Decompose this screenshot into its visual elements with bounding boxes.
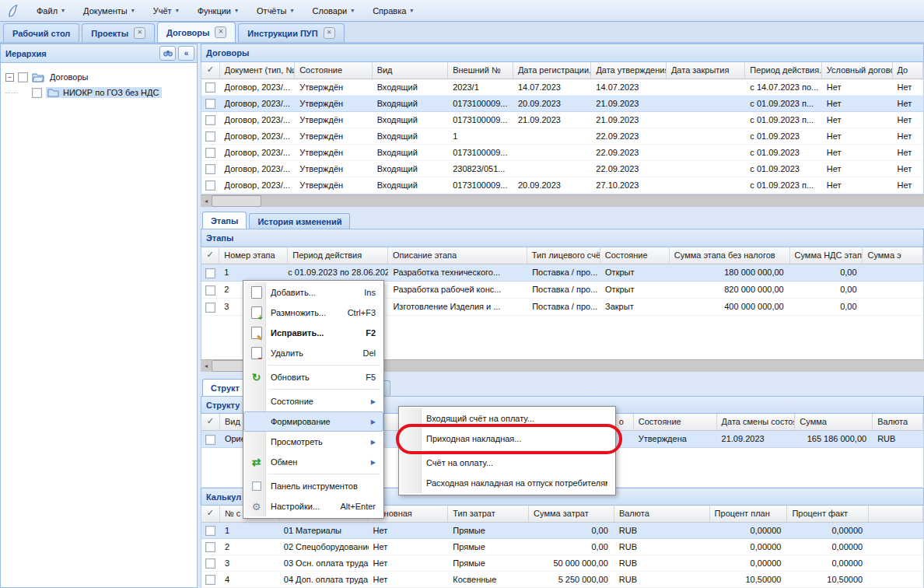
column-header[interactable]: Сумма затрат [529, 506, 614, 522]
column-header[interactable]: Описание этапа [388, 247, 527, 264]
column-header[interactable]: Дата регистрации. [513, 62, 591, 79]
table-row[interactable]: Договор, 2023/...УтверждёнВходящий230823… [201, 161, 923, 177]
scroll-thumb[interactable] [212, 195, 261, 207]
menubar-item[interactable]: Словари▾ [305, 3, 361, 19]
table-row[interactable]: Договор, 2023/...УтверждёнВходящий2023/1… [201, 79, 923, 96]
menu-item[interactable]: Панель инструментов [243, 476, 383, 496]
menu-item[interactable]: Формирование▶ [243, 411, 383, 432]
row-checkbox[interactable] [205, 542, 215, 552]
column-header[interactable]: Валюта [873, 414, 923, 430]
row-checkbox[interactable] [205, 148, 215, 158]
tree-node-checkbox[interactable] [32, 88, 42, 98]
menu-item[interactable]: ⇄Обмен▶ [243, 452, 383, 472]
select-all-column-header[interactable]: ✓ [201, 414, 220, 430]
row-checkbox[interactable] [205, 303, 215, 313]
column-header[interactable]: Дата закрытия [667, 62, 745, 79]
menubar-item[interactable]: Отчёты▾ [250, 3, 300, 19]
column-header[interactable]: Дата смены состоя [717, 414, 796, 430]
tree-node-contracts[interactable]: − Договоры [5, 69, 194, 85]
table-row[interactable]: Договор, 2023/...УтверждёнВходящий122.09… [201, 128, 923, 145]
menubar-item[interactable]: Справка▾ [366, 3, 420, 19]
close-tab-icon[interactable]: ✕ [324, 27, 335, 39]
column-header[interactable]: Номер этапа [219, 247, 288, 264]
document-tab[interactable]: Проекты✕ [82, 23, 155, 42]
column-header[interactable]: Состояние [295, 62, 372, 79]
sub-tab[interactable]: История изменений [249, 213, 350, 229]
column-header[interactable]: Тип затрат [448, 506, 529, 522]
table-row[interactable]: 101 МатериалыНетПрямые0,00RUB0,000000,00… [201, 523, 923, 539]
menu-item[interactable]: Счёт на оплату... [399, 453, 615, 473]
table-row[interactable]: Договор, 2023/...УтверждёнВходящий017310… [201, 112, 923, 128]
row-checkbox[interactable] [205, 285, 215, 296]
menu-item[interactable]: Добавить...Ins [243, 282, 383, 303]
table-row[interactable]: Договор, 2023/...УтверждёнВходящий017310… [201, 96, 923, 112]
tree-node-checkbox[interactable] [18, 72, 28, 82]
collapse-expander-icon[interactable]: − [5, 73, 14, 82]
sub-tab[interactable]: Этапы [202, 212, 247, 229]
sub-tab[interactable]: Структ [202, 379, 248, 396]
table-row[interactable]: Договор, 2023/...УтверждёнВходящий017310… [201, 145, 923, 161]
search-binoculars-button[interactable] [159, 46, 176, 61]
column-header[interactable]: Период действия [288, 247, 388, 264]
column-header[interactable]: Документ (тип, № [220, 62, 296, 79]
column-header[interactable]: До [893, 62, 923, 79]
menu-item[interactable]: Состояние▶ [243, 391, 383, 411]
menubar-item[interactable]: Учёт▾ [146, 3, 186, 19]
menubar-item[interactable]: Документы▾ [76, 3, 142, 19]
document-tab[interactable]: Рабочий стол [3, 23, 79, 42]
close-tab-icon[interactable]: ✕ [215, 26, 226, 38]
menu-item[interactable]: Просмотреть▶ [243, 432, 383, 452]
row-checkbox[interactable] [205, 435, 215, 445]
tree-node-niokr[interactable]: НИОКР по ГОЗ без НДС [5, 85, 194, 100]
column-header[interactable]: Вид [373, 62, 449, 79]
menu-item[interactable]: Расходная накладная на отпуск потребител… [399, 473, 615, 493]
select-all-column-header[interactable]: ✓ [201, 247, 219, 264]
collapse-panel-button[interactable]: « [178, 46, 194, 61]
table-row[interactable]: 1с 01.09.2023 по 28.06.2024Разработка те… [201, 264, 923, 282]
column-header[interactable]: Сумма НДС этапа [790, 247, 863, 264]
column-header[interactable]: Период действия.. [745, 62, 822, 79]
column-header[interactable]: Внешний № [448, 62, 513, 79]
scroll-left-icon[interactable]: ◂ [201, 198, 212, 205]
menubar-item[interactable]: Файл▾ [30, 3, 72, 19]
column-header[interactable]: Процент факт [787, 506, 869, 522]
row-checkbox[interactable] [205, 180, 215, 191]
table-row[interactable]: Договор, 2023/...УтверждёнВходящий017310… [201, 177, 923, 194]
column-header[interactable]: Тип лицевого счёт [527, 247, 600, 264]
row-checkbox[interactable] [205, 82, 215, 93]
close-tab-icon[interactable]: ✕ [134, 27, 145, 39]
row-checkbox[interactable] [205, 164, 215, 174]
column-header[interactable]: Валюта [614, 506, 710, 522]
column-header[interactable]: Сумма [795, 414, 873, 430]
menu-item[interactable]: ✎Исправить...F2 [243, 323, 383, 343]
column-header[interactable]: Состояние [634, 414, 717, 430]
menu-item[interactable]: −УдалитьDel [243, 343, 383, 363]
menu-item[interactable]: ⚙Настройки...Alt+Enter [243, 496, 383, 516]
menubar-item[interactable]: Функции▾ [191, 3, 245, 19]
column-header[interactable]: Дата утверждения [591, 62, 667, 79]
table-row[interactable]: 303 Осн. оплата трудаНетПрямые50 000 000… [201, 555, 923, 572]
row-checkbox[interactable] [205, 558, 215, 569]
column-header[interactable]: Процент план [710, 506, 788, 522]
document-tab[interactable]: Договоры✕ [157, 22, 236, 42]
row-checkbox[interactable] [205, 526, 215, 536]
column-header[interactable] [869, 506, 923, 522]
select-all-column-header[interactable]: ✓ [201, 62, 220, 79]
table-row[interactable]: 404 Доп. оплата трудаНетКосвенные5 250 0… [201, 572, 923, 588]
row-checkbox[interactable] [205, 115, 215, 125]
column-header[interactable]: Условный договор [822, 62, 893, 79]
column-header[interactable]: Состояние [600, 247, 670, 264]
column-header[interactable]: Сумма э [863, 247, 923, 264]
table-row[interactable]: 202 СпецоборудованиеНетПрямые0,00RUB0,00… [201, 539, 923, 555]
row-checkbox[interactable] [205, 268, 215, 278]
select-all-column-header[interactable]: ✓ [201, 506, 220, 522]
row-checkbox[interactable] [205, 131, 215, 142]
row-checkbox[interactable] [205, 99, 215, 109]
menu-item[interactable]: ↻ОбновитьF5 [243, 367, 383, 387]
scroll-left-icon[interactable]: ◂ [201, 362, 212, 369]
row-checkbox[interactable] [205, 575, 215, 585]
contracts-hscrollbar[interactable]: ◂ [201, 194, 924, 207]
menu-item[interactable]: +Размножить...Ctrl+F3 [243, 303, 383, 323]
document-tab[interactable]: Инструкции ПУП✕ [238, 23, 344, 42]
column-header[interactable]: Сумма этапа без налогов [670, 247, 790, 264]
